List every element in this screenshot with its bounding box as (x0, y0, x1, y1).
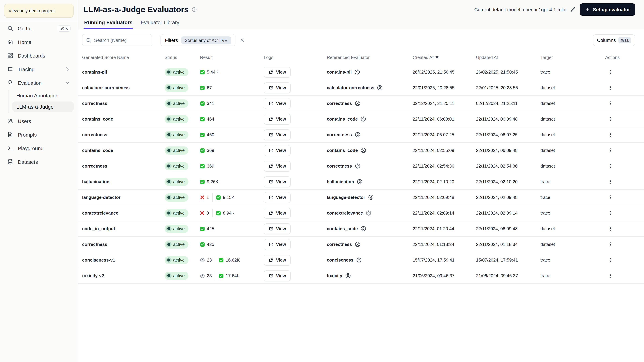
column-header-created-at[interactable]: Created At (413, 55, 476, 60)
setup-evaluator-button[interactable]: Set up evaluator (580, 3, 635, 16)
row-actions-button[interactable] (606, 272, 615, 280)
view-logs-button[interactable]: View (264, 66, 291, 77)
referenced-evaluator-link[interactable]: correctness (327, 242, 352, 247)
target: dataset (540, 163, 605, 169)
user-circle-icon (354, 241, 360, 247)
view-logs-button[interactable]: View (264, 98, 291, 109)
error-count: 1 (200, 195, 209, 200)
row-actions-button[interactable] (606, 146, 615, 154)
view-logs-button[interactable]: View (264, 239, 291, 250)
sidebar-item-datasets[interactable]: Datasets (4, 156, 74, 168)
close-icon (240, 38, 245, 43)
sidebar-item-home[interactable]: Home (4, 36, 74, 48)
referenced-evaluator-link[interactable]: calculator-correctness (327, 85, 374, 90)
sidebar-item-playground[interactable]: Playground (4, 142, 74, 154)
table-row[interactable]: code_in_output active 425 (78, 221, 644, 237)
sidebar-item-human-annotation[interactable]: Human Annotation (12, 90, 74, 100)
clear-filters-button[interactable] (238, 36, 246, 44)
table-row[interactable]: contains-pii active 5.44K (78, 64, 644, 80)
view-logs-button[interactable]: View (264, 145, 291, 156)
table-row[interactable]: correctness active 425 (78, 237, 644, 252)
goto-shortcut: ⌘ K (58, 25, 70, 31)
table-row[interactable]: toxicity-v2 active 23 17.64K (78, 268, 644, 284)
demo-project-link[interactable]: demo project (29, 8, 54, 13)
row-actions-button[interactable] (606, 99, 615, 107)
tab-evaluator-library[interactable]: Evaluator Library (140, 19, 180, 29)
status-dot-icon (167, 227, 170, 230)
referenced-evaluator-link[interactable]: contains_code (327, 148, 358, 153)
table-row[interactable]: hallucination active 9.26K (78, 174, 644, 190)
error-x-icon (200, 211, 204, 215)
referenced-evaluator-link[interactable]: contains_code (327, 226, 358, 231)
view-label: View (276, 195, 286, 200)
table-row[interactable]: correctness active 460 (78, 127, 644, 143)
referenced-evaluator-link[interactable]: correctness (327, 132, 352, 137)
sidebar-item-dashboards[interactable]: Dashboards (4, 49, 74, 62)
row-actions-button[interactable] (606, 209, 615, 217)
table-header: Generated Score Name Status Result Logs … (78, 50, 644, 64)
view-logs-button[interactable]: View (264, 192, 291, 203)
row-actions-button[interactable] (606, 115, 615, 123)
view-logs-button[interactable]: View (264, 114, 291, 124)
view-logs-button[interactable]: View (264, 161, 291, 171)
referenced-evaluator-link[interactable]: toxicity (327, 273, 342, 278)
table-row[interactable]: conciseness-v1 active 23 16.62K (78, 252, 644, 268)
goto-button[interactable]: Go to... ⌘ K (4, 22, 74, 34)
search-input[interactable] (82, 34, 152, 46)
table-row[interactable]: language-detector active 1 9.15K (78, 190, 644, 205)
updated-at: 02/12/2024, 21:25:11 (476, 101, 540, 106)
row-actions-button[interactable] (606, 256, 615, 264)
edit-model-button[interactable] (570, 7, 576, 12)
referenced-evaluator-link[interactable]: contains_code (327, 116, 358, 122)
table-row[interactable]: calculator-correctness active 67 (78, 80, 644, 96)
row-actions-button[interactable] (606, 68, 615, 76)
table-row[interactable]: correctness active 369 (78, 158, 644, 174)
view-logs-button[interactable]: View (264, 223, 291, 234)
sidebar-item-users[interactable]: Users (4, 115, 74, 127)
row-actions-button[interactable] (606, 193, 615, 201)
row-actions-button[interactable] (606, 240, 615, 248)
sidebar-item-label: Home (18, 39, 31, 45)
referenced-evaluator-link[interactable]: contextrelevance (327, 210, 363, 216)
row-actions-button[interactable] (606, 162, 615, 170)
table-row[interactable]: contains_code active 369 (78, 143, 644, 158)
sidebar-item-llm-as-a-judge[interactable]: LLM-as-a-Judge (12, 101, 74, 112)
external-link-icon (268, 179, 273, 184)
sidebar-item-tracing[interactable]: Tracing (4, 63, 74, 75)
referenced-evaluator-link[interactable]: correctness (327, 101, 352, 106)
view-logs-button[interactable]: View (264, 176, 291, 187)
info-icon[interactable] (192, 7, 197, 12)
view-logs-button[interactable]: View (264, 129, 291, 140)
success-check-icon (200, 101, 205, 106)
referenced-evaluator-link[interactable]: contains-pii (327, 69, 352, 75)
table-row[interactable]: correctness active 341 (78, 96, 644, 111)
table-row[interactable]: contextrelevance active 3 8.94K (78, 205, 644, 221)
table-row[interactable]: contains_code active 464 (78, 111, 644, 127)
referenced-evaluator-link[interactable]: hallucination (327, 179, 354, 184)
page-header: LLM-as-a-Judge Evaluators Current defaul… (78, 0, 644, 29)
referenced-evaluator-link[interactable]: correctness (327, 163, 352, 169)
view-label: View (276, 148, 286, 153)
user-circle-icon (354, 69, 360, 75)
view-logs-button[interactable]: View (264, 270, 291, 281)
sidebar-item-prompts[interactable]: Prompts (4, 128, 74, 141)
score-name: code_in_output (82, 226, 115, 231)
kebab-menu-icon (608, 258, 613, 263)
kebab-menu-icon (608, 132, 613, 137)
view-logs-button[interactable]: View (264, 82, 291, 93)
user-circle-icon (357, 179, 362, 185)
columns-button[interactable]: Columns 9/11 (593, 34, 635, 46)
referenced-evaluator-link[interactable]: conciseness (327, 258, 353, 263)
tab-running-evaluators[interactable]: Running Evaluators (84, 19, 133, 29)
row-actions-button[interactable] (606, 225, 615, 233)
row-actions-button[interactable] (606, 84, 615, 92)
updated-at: 22/11/2024, 06:09:48 (476, 226, 540, 231)
row-actions-button[interactable] (606, 178, 615, 186)
view-logs-button[interactable]: View (264, 255, 291, 266)
created-at: 26/02/2025, 21:50:45 (413, 69, 476, 75)
sidebar-item-evaluation[interactable]: Evaluation (4, 77, 74, 89)
view-logs-button[interactable]: View (264, 208, 291, 218)
referenced-evaluator-link[interactable]: language-detector (327, 195, 365, 200)
filters-button[interactable]: Filters Status any of ACTIVE (160, 34, 236, 46)
row-actions-button[interactable] (606, 131, 615, 139)
